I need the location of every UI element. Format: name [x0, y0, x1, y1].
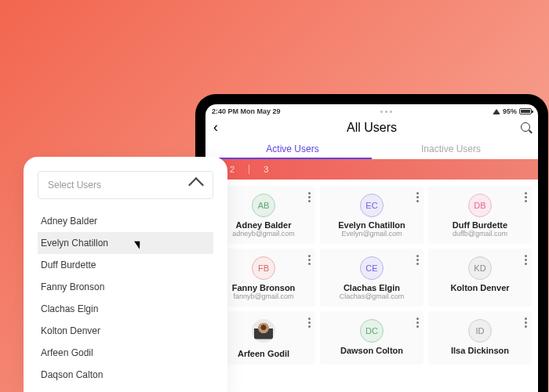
kebab-menu-icon[interactable]	[523, 316, 529, 329]
list-item[interactable]: Duff Burdette	[38, 254, 213, 276]
avatar-photo	[252, 319, 275, 343]
list-item[interactable]: Evelyn Chatillon	[38, 232, 213, 254]
tablet-screen: 2:40 PM Mon May 29 95% ‹ All Users Activ…	[205, 104, 538, 392]
user-card[interactable]: CEClachas ElginClachas@gmail.com	[320, 249, 424, 307]
list-item[interactable]: Arfeen Godil	[38, 342, 213, 364]
tab-active-users[interactable]: Active Users	[213, 140, 372, 159]
user-email: Clachas@gmail.com	[325, 292, 419, 300]
kebab-menu-icon[interactable]	[307, 191, 312, 204]
user-email: Evelyn@gmail.com	[325, 230, 419, 238]
avatar-initials: AB	[252, 194, 275, 217]
battery-icon	[519, 108, 532, 114]
avatar-initials: FB	[252, 256, 275, 280]
tablet-device: 2:40 PM Mon May 29 95% ‹ All Users Activ…	[195, 94, 548, 392]
chevron-up-icon	[188, 177, 204, 193]
kebab-menu-icon[interactable]	[307, 253, 312, 267]
user-name: Ilsa Dickinson	[433, 346, 527, 355]
pagination-bar: 2 3	[205, 159, 538, 180]
avatar-initials: ID	[468, 319, 492, 343]
user-card[interactable]: DCDawson Colton	[320, 311, 424, 365]
list-item[interactable]: Daqson Calton	[38, 364, 213, 386]
status-time: 2:40 PM Mon May 29	[212, 107, 281, 115]
tab-inactive-users[interactable]: Inactive Users	[372, 140, 530, 159]
user-name: Evelyn Chatillon	[325, 220, 419, 230]
user-name: Kolton Denver	[433, 283, 527, 292]
search-icon	[521, 122, 530, 132]
list-item[interactable]: Adney Balder	[38, 210, 213, 232]
user-email: adneyb@gmail.com	[216, 230, 311, 238]
status-dots	[380, 111, 392, 113]
search-button[interactable]	[514, 121, 530, 135]
status-right: 95%	[493, 107, 532, 115]
user-email: fannyb@gmail.com	[216, 292, 311, 300]
list-item[interactable]: Fanny Bronson	[38, 276, 213, 298]
kebab-menu-icon[interactable]	[523, 191, 529, 204]
back-button[interactable]: ‹	[213, 119, 229, 136]
select-users-panel: Select Users Adney BalderEvelyn Chatillo…	[24, 157, 227, 392]
battery-label: 95%	[503, 107, 517, 115]
user-name: Dawson Colton	[325, 346, 419, 355]
avatar-initials: DC	[360, 319, 384, 343]
avatar-initials: EC	[360, 194, 384, 217]
user-name: Duff Burdette	[433, 220, 527, 230]
avatar-initials: KD	[468, 256, 492, 280]
select-placeholder: Select Users	[48, 180, 101, 191]
kebab-menu-icon[interactable]	[415, 253, 420, 267]
user-card[interactable]: KDKolton Denver	[428, 249, 532, 307]
kebab-menu-icon[interactable]	[415, 316, 420, 329]
kebab-menu-icon[interactable]	[415, 191, 420, 204]
user-name: Fanny Bronson	[216, 283, 311, 292]
list-item[interactable]: Ilsa Dickinson	[38, 386, 213, 392]
user-name: Adney Balder	[216, 220, 311, 230]
wifi-icon	[493, 109, 500, 114]
divider	[249, 165, 249, 174]
user-name: Clachas Elgin	[325, 283, 419, 292]
list-item[interactable]: Kolton Denver	[38, 320, 213, 342]
page-2[interactable]: 2	[230, 165, 235, 174]
user-card[interactable]: ECEvelyn ChatillonEvelyn@gmail.com	[320, 186, 424, 244]
user-card[interactable]: IDIlsa Dickinson	[428, 311, 532, 365]
kebab-menu-icon[interactable]	[307, 316, 312, 329]
user-email: duffb@gmail.com	[433, 230, 527, 238]
kebab-menu-icon[interactable]	[523, 253, 529, 267]
user-name: Arfeen Godil	[216, 349, 311, 358]
avatar-initials: CE	[360, 256, 384, 280]
header: ‹ All Users	[205, 115, 538, 137]
user-card[interactable]: DBDuff Burdetteduffb@gmail.com	[428, 186, 532, 244]
user-grid: ABAdney Balderadneyb@gmail.comECEvelyn C…	[205, 180, 538, 371]
list-item[interactable]: Clachas Elgin	[38, 298, 213, 320]
page-title: All Users	[229, 121, 514, 135]
tabs: Active Users Inactive Users	[205, 137, 538, 159]
avatar-initials: DB	[468, 194, 492, 217]
page-3[interactable]: 3	[264, 165, 268, 174]
select-users-dropdown[interactable]: Select Users	[38, 171, 213, 199]
select-users-list: Adney BalderEvelyn ChatillonDuff Burdett…	[38, 210, 213, 392]
status-bar: 2:40 PM Mon May 29 95%	[205, 104, 538, 115]
